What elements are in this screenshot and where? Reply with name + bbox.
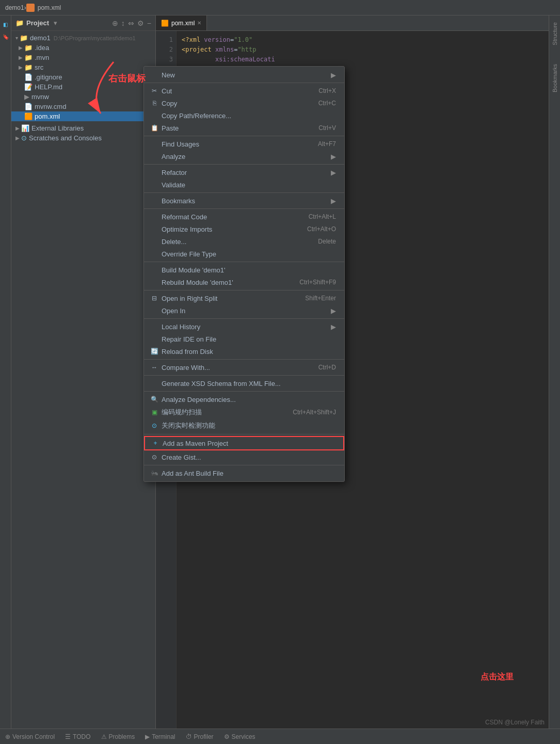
project-expand-icon[interactable]: ⇔: [128, 19, 134, 27]
menu-item-comparewith[interactable]: ↔ Compare With... Ctrl+D: [144, 361, 344, 374]
tab-close-pomxml[interactable]: ✕: [197, 20, 201, 26]
menu-item-analyze[interactable]: Analyze ▶: [144, 150, 344, 163]
optimizeimports-icon: [150, 225, 158, 233]
tree-item-idea[interactable]: ▶ 📁 .idea: [11, 43, 155, 53]
menu-item-findusages[interactable]: Find Usages Alt+F7: [144, 138, 344, 150]
menu-label-addasant: Add as Ant Build File: [162, 470, 223, 477]
problems-label: Problems: [109, 733, 135, 740]
menu-item-creategist[interactable]: ⊙ Create Gist...: [144, 451, 344, 463]
separator-13: [144, 465, 344, 465]
menu-item-validate[interactable]: Validate: [144, 179, 344, 191]
menu-item-bookmarks[interactable]: Bookmarks ▶: [144, 195, 344, 207]
tree-item-extlibs[interactable]: ▶ 📊 External Libraries: [11, 123, 155, 133]
menu-label-refactor: Refactor: [162, 169, 187, 176]
tree-label-pomxml: pom.xml: [35, 112, 60, 120]
version-control-item[interactable]: ⊕ Version Control: [5, 733, 55, 740]
title-project: demo1: [5, 4, 24, 11]
menu-item-buildmodule[interactable]: Build Module 'demo1': [144, 264, 344, 276]
menu-item-copy[interactable]: ⎘ Copy Ctrl+C: [144, 97, 344, 109]
menu-item-generatexsd[interactable]: Generate XSD Schema from XML File...: [144, 377, 344, 390]
project-minimize-icon[interactable]: −: [147, 19, 151, 27]
tree-icon-mvn: 📁: [24, 54, 33, 61]
addmaven-icon: +: [151, 439, 159, 447]
tree-label-mvnw: mvnw: [31, 93, 49, 101]
paste-icon: 📋: [150, 124, 158, 132]
menu-item-localhistory[interactable]: Local History ▶: [144, 320, 344, 333]
menu-label-paste: Paste: [162, 124, 179, 132]
menu-item-overridefiletype[interactable]: Override File Type: [144, 248, 344, 260]
menu-item-reformatcode[interactable]: Reformat Code Ctrl+Alt+L: [144, 211, 344, 223]
menu-item-openin[interactable]: Open In ▶: [144, 304, 344, 317]
menu-item-addmaven[interactable]: + Add as Maven Project: [144, 436, 344, 450]
openinrightsplit-icon: ⊟: [150, 294, 158, 302]
tree-item-demo1[interactable]: ▾ 📁 demo1 D:\PGProgram\mycattest\demo1: [11, 33, 155, 43]
separator-8: [144, 318, 344, 319]
tree-icon-gitignore: 📄: [24, 73, 33, 81]
tree-arrow-idea: ▶: [19, 45, 23, 51]
menu-item-addasant[interactable]: 🐜 Add as Ant Build File: [144, 467, 344, 479]
tree-label-scratches: Scratches and Consoles: [29, 134, 102, 142]
menu-label-closerealtimedetect: 关闭实时检测功能: [162, 421, 215, 430]
services-item[interactable]: ⚙ Services: [224, 733, 255, 740]
menu-item-codescanning[interactable]: ▣ 编码规约扫描 Ctrl+Alt+Shift+J: [144, 406, 344, 419]
tree-item-helpmd[interactable]: ▶ 📝 HELP.md: [11, 82, 155, 92]
structure-panel-label[interactable]: Structure: [552, 18, 558, 50]
left-sidebar-icons: ◧ 🔖: [0, 15, 11, 729]
terminal-label: Terminal: [152, 733, 175, 740]
separator-6: [144, 262, 344, 262]
todo-item[interactable]: ☰ TODO: [65, 733, 90, 740]
menu-item-analyzedeps[interactable]: 🔍 Analyze Dependencies...: [144, 393, 344, 406]
separator-5: [144, 208, 344, 209]
tree-item-src[interactable]: ▶ 📁 src: [11, 62, 155, 72]
project-settings-icon[interactable]: ⚙: [137, 19, 144, 27]
menu-label-repairide: Repair IDE on File: [162, 335, 216, 343]
tree-arrow-demo1: ▾: [15, 35, 18, 41]
menu-item-cut[interactable]: ✂ Cut Ctrl+X: [144, 85, 344, 97]
menu-label-validate: Validate: [162, 181, 185, 189]
project-dropdown-icon[interactable]: ▾: [54, 19, 57, 27]
new-icon: [150, 71, 158, 79]
right-side-panel: Structure Bookmarks: [549, 15, 560, 729]
tree-item-mvn[interactable]: ▶ 📁 .mvn: [11, 53, 155, 62]
menu-item-repairide[interactable]: Repair IDE on File: [144, 333, 344, 345]
version-control-icon: ⊕: [5, 733, 10, 740]
context-menu: New ▶ ✂ Cut Ctrl+X ⎘ Copy Ctrl+C Copy Pa…: [143, 66, 345, 482]
closerealtimedetect-icon: ⊙: [150, 422, 158, 430]
menu-label-copy: Copy: [162, 100, 177, 107]
profiler-item[interactable]: ⏱ Profiler: [186, 733, 214, 740]
menu-item-openinrightsplit[interactable]: ⊟ Open in Right Split Shift+Enter: [144, 292, 344, 304]
tree-item-pomxml[interactable]: ▶ 🟧 pom.xml: [11, 111, 155, 121]
bookmark-icon[interactable]: 🔖: [1, 32, 10, 41]
project-scroll-icon[interactable]: ↕: [121, 19, 125, 27]
menu-item-delete[interactable]: Delete... Delete: [144, 235, 344, 248]
bookmarks-panel-label[interactable]: Bookmarks: [552, 60, 558, 96]
menu-item-rebuildmodule[interactable]: Rebuild Module 'demo1' Ctrl+Shift+F9: [144, 276, 344, 288]
menu-label-generatexsd: Generate XSD Schema from XML File...: [162, 380, 281, 387]
overridefiletype-icon: [150, 250, 158, 258]
tree-item-scratches[interactable]: ▶ ⊙ Scratches and Consoles: [11, 133, 155, 143]
menu-item-new[interactable]: New ▶: [144, 69, 344, 81]
services-label: Services: [232, 733, 255, 740]
generatexsd-icon: [150, 379, 158, 387]
menu-item-optimizeimports[interactable]: Optimize Imports Ctrl+Alt+O: [144, 223, 344, 235]
repairide-icon: [150, 335, 158, 343]
menu-item-refactor[interactable]: Refactor ▶: [144, 166, 344, 179]
menu-label-copypath: Copy Path/Reference...: [162, 112, 231, 120]
tab-label-pomxml: pom.xml: [171, 20, 195, 27]
menu-item-paste[interactable]: 📋 Paste Ctrl+V: [144, 122, 344, 134]
terminal-item[interactable]: ▶ Terminal: [145, 733, 175, 740]
tree-item-mvnw[interactable]: ▶ ▶ mvnw: [11, 92, 155, 102]
menu-item-copypath[interactable]: Copy Path/Reference...: [144, 109, 344, 122]
project-icon[interactable]: ◧: [1, 20, 10, 29]
menu-item-reloadfromdisk[interactable]: 🔄 Reload from Disk: [144, 345, 344, 358]
tree-arrow-mvn: ▶: [19, 55, 23, 60]
editor-tab-pomxml[interactable]: 🟧 pom.xml ✕: [156, 15, 207, 30]
tree-item-mvnwcmd[interactable]: ▶ 📄 mvnw.cmd: [11, 102, 155, 111]
tree-item-gitignore[interactable]: ▶ 📄 .gitignore: [11, 72, 155, 82]
problems-item[interactable]: ⚠ Problems: [101, 733, 135, 740]
tree-label-src: src: [35, 63, 43, 71]
codescanning-shortcut: Ctrl+Alt+Shift+J: [293, 409, 336, 416]
menu-item-closerealtimedetect[interactable]: ⊙ 关闭实时检测功能: [144, 419, 344, 432]
project-locate-icon[interactable]: ⊕: [112, 19, 118, 27]
terminal-icon: ▶: [145, 733, 150, 740]
